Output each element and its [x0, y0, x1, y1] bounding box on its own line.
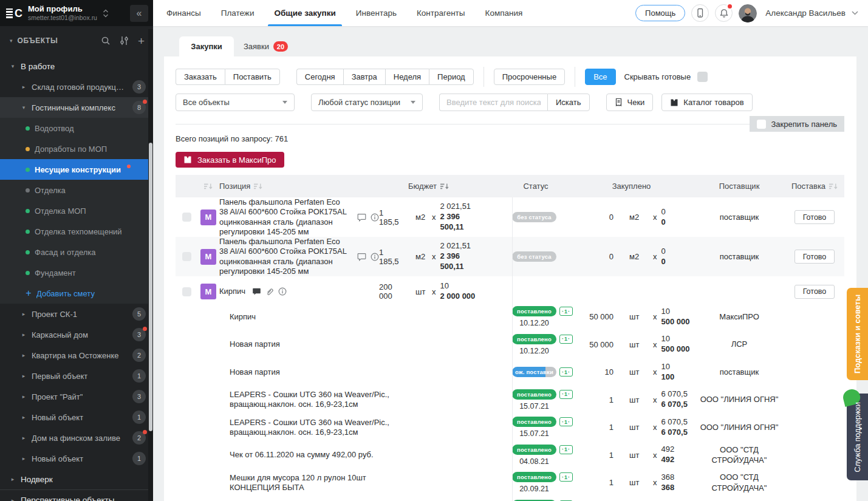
- status-filter-select[interactable]: Любой статус позиции: [311, 94, 423, 111]
- tab-purchases[interactable]: Закупки: [179, 36, 234, 56]
- support-tab[interactable]: Служба поддержки: [847, 394, 868, 480]
- ready-button[interactable]: Готово: [795, 250, 835, 264]
- ready-button[interactable]: Готово: [795, 285, 835, 299]
- profile-info[interactable]: Мой профиль smetter.test01@inbox.ru: [28, 4, 97, 22]
- comment-filled-icon[interactable]: [252, 287, 261, 296]
- chevron-right-icon[interactable]: ▸: [21, 414, 27, 420]
- chevron-down-icon[interactable]: ▾: [10, 63, 16, 69]
- sidebar-item[interactable]: ▸Каркасный дом3: [0, 324, 153, 345]
- sidebar-item[interactable]: Фасад и отделка: [0, 242, 153, 262]
- chevron-right-icon[interactable]: ▸: [21, 311, 27, 317]
- catalog-button[interactable]: Каталог товаров: [661, 94, 752, 111]
- chevron-right-icon[interactable]: ▸: [21, 435, 27, 441]
- profile-switch-icon[interactable]: [103, 9, 109, 18]
- sidebar-item[interactable]: Допработы по МОП: [0, 138, 153, 159]
- order-maxipro-button[interactable]: Заказать в МаксиПро: [176, 152, 284, 168]
- sidebar-item[interactable]: Водоотвод: [0, 118, 153, 138]
- chevron-right-icon[interactable]: ▸: [21, 84, 27, 90]
- nav-item-2[interactable]: Общие закупки: [272, 0, 337, 26]
- app-logo-icon[interactable]: C: [6, 8, 22, 19]
- nav-item-0[interactable]: Финансы: [165, 0, 203, 26]
- chevron-right-icon[interactable]: ▸: [21, 332, 27, 338]
- sidebar-item[interactable]: ▸Новый объект1: [0, 448, 153, 469]
- sidebar-item[interactable]: +Добавить смету: [0, 283, 153, 304]
- sidebar-item[interactable]: Отделка МОП: [0, 200, 153, 221]
- pin-panel-checkbox[interactable]: [757, 120, 766, 129]
- tomorrow-button[interactable]: Завтра: [343, 69, 385, 85]
- user-name[interactable]: Александр Васильев: [765, 9, 846, 18]
- hints-tab[interactable]: Подсказки и советы: [847, 288, 868, 380]
- sidebar-collapse-button[interactable]: «: [130, 5, 148, 22]
- objects-filter-select[interactable]: Все объекты: [176, 94, 295, 111]
- paperclip-icon[interactable]: [265, 287, 274, 296]
- row-checkbox[interactable]: [182, 213, 191, 222]
- chevron-down-icon[interactable]: [852, 11, 858, 15]
- sidebar-item[interactable]: ▸Нодверк: [0, 469, 153, 489]
- sidebar-item[interactable]: Отделка техпомещений: [0, 221, 153, 242]
- search-icon[interactable]: [101, 36, 111, 46]
- column-header-delivery[interactable]: Поставка: [791, 182, 825, 191]
- sidebar-item[interactable]: Фундамент: [0, 262, 153, 283]
- deliver-button[interactable]: Поставить: [225, 69, 280, 85]
- column-header-status[interactable]: Статус: [523, 182, 548, 191]
- nav-item-5[interactable]: Компания: [484, 0, 525, 26]
- comment-icon[interactable]: [357, 213, 366, 222]
- nav-item-3[interactable]: Инвентарь: [354, 0, 398, 26]
- add-object-icon[interactable]: +: [138, 35, 145, 47]
- pin-panel-control[interactable]: Закрепить панель: [750, 116, 844, 132]
- sidebar-item[interactable]: Несущие конструкции: [0, 159, 153, 180]
- sidebar-item[interactable]: ▸Первый объект1: [0, 366, 153, 386]
- sidebar-item[interactable]: ▾Гостиничный комплекс8: [0, 97, 153, 118]
- checks-button[interactable]: Чеки: [606, 94, 654, 111]
- sidebar-item[interactable]: ▸Новый объект1: [0, 407, 153, 428]
- all-filter-button[interactable]: Все: [585, 69, 615, 85]
- sort-icon[interactable]: [829, 183, 838, 190]
- week-button[interactable]: Неделя: [385, 69, 429, 85]
- overdue-button[interactable]: Просроченные: [494, 69, 565, 85]
- info-icon[interactable]: [371, 213, 379, 222]
- info-icon[interactable]: [278, 287, 287, 296]
- sidebar-item[interactable]: ▸Проект СК-15: [0, 304, 153, 324]
- column-header-budget[interactable]: Бюджет: [408, 182, 437, 191]
- sidebar-scrollbar-thumb[interactable]: [149, 143, 152, 431]
- info-icon[interactable]: [371, 253, 379, 261]
- period-button[interactable]: Период: [429, 69, 474, 85]
- ready-button[interactable]: Готово: [795, 210, 835, 224]
- chevron-right-icon[interactable]: ▸: [21, 394, 27, 400]
- chevron-right-icon[interactable]: ▸: [21, 373, 27, 379]
- sidebar-item[interactable]: ▸Квартира на Остоженке2: [0, 345, 153, 366]
- sort-icon[interactable]: [254, 183, 262, 190]
- search-input[interactable]: [439, 94, 547, 111]
- sidebar-item[interactable]: ▸Перспективные объекты: [0, 489, 153, 501]
- column-header-position[interactable]: Позиция: [219, 182, 250, 191]
- sidebar-item[interactable]: ▾В работе: [0, 56, 153, 77]
- order-button[interactable]: Заказать: [176, 69, 225, 85]
- sidebar-item[interactable]: Отделка: [0, 180, 153, 200]
- sort-desc-icon[interactable]: [440, 183, 449, 190]
- row-checkbox[interactable]: [182, 252, 191, 261]
- sidebar-item[interactable]: ▸Склад готовой продукции, пгт3: [0, 77, 153, 97]
- nav-item-1[interactable]: Платежи: [219, 0, 256, 26]
- tab-requests[interactable]: Заявки20: [234, 36, 298, 56]
- chevron-down-icon[interactable]: ▾: [21, 104, 27, 111]
- avatar[interactable]: [739, 4, 757, 22]
- notifications-button[interactable]: [715, 4, 733, 22]
- hide-ready-toggle[interactable]: [697, 72, 708, 82]
- help-button[interactable]: Помощь: [635, 5, 685, 21]
- chevron-right-icon[interactable]: ▸: [10, 497, 16, 501]
- row-checkbox[interactable]: [182, 287, 191, 296]
- sort-icon[interactable]: [204, 183, 213, 190]
- chevron-right-icon[interactable]: ▸: [21, 352, 27, 358]
- today-button[interactable]: Сегодня: [296, 69, 343, 85]
- chevron-down-icon[interactable]: ▾: [10, 38, 13, 44]
- column-header-supplier[interactable]: Поставщик: [719, 182, 760, 191]
- mobile-app-button[interactable]: [691, 4, 709, 22]
- filter-icon[interactable]: [120, 36, 129, 46]
- search-button[interactable]: Искать: [547, 94, 590, 111]
- nav-item-4[interactable]: Контрагенты: [415, 0, 467, 26]
- comment-icon[interactable]: [357, 253, 366, 261]
- chevron-right-icon[interactable]: ▸: [10, 476, 16, 482]
- column-header-purchased[interactable]: Закуплено: [612, 182, 651, 191]
- chevron-right-icon[interactable]: ▸: [21, 455, 27, 462]
- sidebar-item[interactable]: ▸Проект "Райт"3: [0, 386, 153, 407]
